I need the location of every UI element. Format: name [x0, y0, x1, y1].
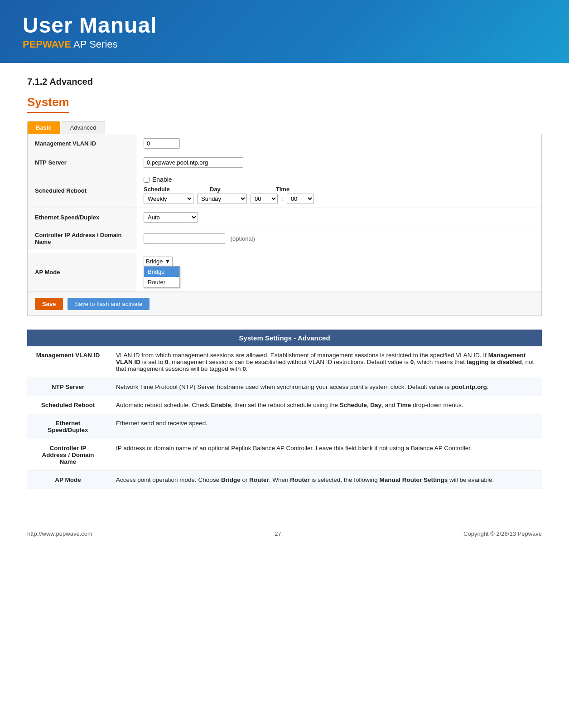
main-content: 7.1.2 Advanced System Basic Advanced Man…	[0, 63, 569, 503]
table-row: Management VLAN ID VLAN ID from which ma…	[27, 346, 542, 378]
controller-ip-label: Controller IP Address / Domain Name	[28, 227, 136, 250]
vlan-id-value	[136, 135, 541, 152]
field-name-ethernet: EthernetSpeed/Duplex	[27, 414, 109, 439]
schedule-col-header: Schedule	[144, 186, 203, 193]
table-row: NTP Server Network Time Protocol (NTP) S…	[27, 378, 542, 396]
controller-ip-row: Controller IP Address / Domain Name (opt…	[28, 227, 541, 250]
page-header: User Manual PEPWAVE AP Series	[0, 0, 569, 63]
field-desc-controller: IP address or domain name of an optional…	[109, 439, 542, 471]
form-button-row: Save Save to flash and activate	[28, 292, 541, 315]
table-row: Scheduled Reboot Automatic reboot schedu…	[27, 396, 542, 414]
vlan-id-label: Management VLAN ID	[28, 134, 136, 153]
enable-label: Enable	[152, 176, 172, 183]
save-button[interactable]: Save	[35, 298, 63, 310]
hour-dropdown[interactable]: 00	[251, 194, 278, 204]
scheduled-reboot-label: Scheduled Reboot	[28, 172, 136, 208]
field-name-reboot: Scheduled Reboot	[27, 396, 109, 414]
tab-advanced[interactable]: Advanced	[62, 121, 105, 134]
system-heading: System	[27, 95, 69, 113]
optional-text: (optional)	[231, 235, 255, 242]
tab-basic[interactable]: Basic	[27, 121, 60, 134]
ntp-server-row: NTP Server	[28, 153, 541, 172]
ntp-server-input[interactable]	[144, 157, 243, 168]
schedule-dropdown[interactable]: Weekly Daily	[144, 194, 193, 204]
ap-mode-option-router[interactable]: Router	[144, 277, 179, 287]
time-separator: :	[281, 195, 283, 203]
minute-dropdown[interactable]: 00	[287, 194, 314, 204]
section-heading: 7.1.2 Advanced	[27, 77, 542, 87]
field-desc-ethernet: Ethernet send and receive speed.	[109, 414, 542, 439]
footer-url: http://www.pepwave.com	[27, 530, 92, 537]
day-dropdown[interactable]: Sunday Monday Tuesday Wednesday Thursday…	[197, 194, 247, 204]
description-table: System Settings - Advanced Management VL…	[27, 330, 542, 489]
ethernet-speed-select[interactable]: Auto 10 Half 10 Full 100 Half 100 Full	[144, 212, 198, 223]
subtitle-rest: AP Series	[71, 39, 117, 50]
field-desc-vlan: VLAN ID from which management sessions a…	[109, 346, 542, 378]
field-name-apmode: AP Mode	[27, 471, 109, 489]
field-desc-ntp: Network Time Protocol (NTP) Server hostn…	[109, 378, 542, 396]
vlan-id-input[interactable]	[144, 138, 180, 149]
footer-copyright: Copyright © 2/26/13 Pepwave	[463, 530, 542, 537]
day-col-header: Day	[210, 186, 269, 193]
manual-subtitle: PEPWAVE AP Series	[23, 39, 546, 50]
brand-name: PEPWAVE	[23, 39, 71, 50]
save-flash-button[interactable]: Save to flash and activate	[68, 298, 149, 310]
ntp-server-label: NTP Server	[28, 153, 136, 172]
table-row: AP Mode Access point operation mode. Cho…	[27, 471, 542, 489]
page-footer: http://www.pepwave.com 27 Copyright © 2/…	[0, 521, 569, 546]
scheduled-reboot-value: Enable Schedule Day Time Weekly Daily Su…	[136, 172, 541, 208]
ethernet-speed-label: Ethernet Speed/Duplex	[28, 208, 136, 227]
table-row: Controller IPAddress / DomainName IP add…	[27, 439, 542, 471]
field-name-ntp: NTP Server	[27, 378, 109, 396]
ntp-server-value	[136, 154, 541, 171]
field-desc-apmode: Access point operation mode. Choose Brid…	[109, 471, 542, 489]
ap-mode-option-bridge[interactable]: Bridge	[144, 267, 179, 277]
scheduled-reboot-checkbox[interactable]	[144, 177, 149, 183]
settings-form: Management VLAN ID NTP Server Scheduled …	[27, 134, 542, 316]
ethernet-speed-value: Auto 10 Half 10 Full 100 Half 100 Full	[136, 209, 541, 226]
controller-ip-value: (optional)	[136, 230, 541, 248]
field-name-controller: Controller IPAddress / DomainName	[27, 439, 109, 471]
ap-mode-value: Bridge ▼ Bridge Router	[136, 253, 541, 291]
ap-mode-label: AP Mode	[28, 253, 136, 291]
time-col-header: Time	[276, 186, 289, 193]
field-name-vlan: Management VLAN ID	[27, 346, 109, 378]
page-number: 27	[275, 530, 281, 537]
scheduled-reboot-row: Scheduled Reboot Enable Schedule Day Tim…	[28, 172, 541, 208]
tab-bar: Basic Advanced	[27, 121, 542, 134]
desc-table-header: System Settings - Advanced	[27, 330, 542, 346]
table-row: EthernetSpeed/Duplex Ethernet send and r…	[27, 414, 542, 439]
ethernet-speed-row: Ethernet Speed/Duplex Auto 10 Half 10 Fu…	[28, 208, 541, 227]
controller-ip-input[interactable]	[144, 233, 225, 244]
field-desc-reboot: Automatic reboot schedule. Check Enable,…	[109, 396, 542, 414]
vlan-id-row: Management VLAN ID	[28, 134, 541, 153]
ap-mode-selected: Bridge	[146, 258, 163, 265]
ap-mode-row: AP Mode Bridge ▼ Bridge Router	[28, 250, 541, 292]
manual-title: User Manual	[23, 13, 546, 38]
ap-mode-dropdown-arrow[interactable]: ▼	[165, 258, 171, 265]
